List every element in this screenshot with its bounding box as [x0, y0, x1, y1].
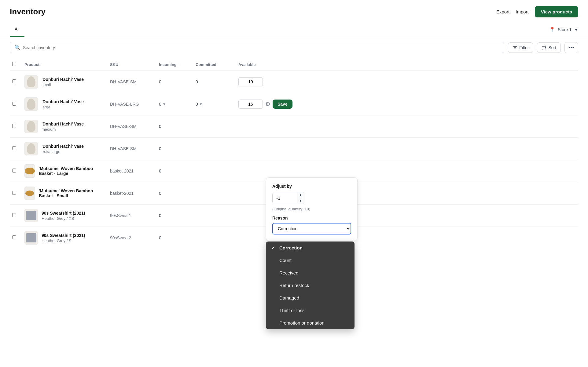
spin-up-button[interactable]: ▲	[297, 192, 304, 198]
import-button[interactable]: Import	[516, 9, 529, 14]
available-input-2[interactable]	[238, 100, 263, 109]
sku-cell-1: DH-VASE-SM	[108, 71, 156, 93]
dropdown-label-promotion_or_donation: Promotion or donation	[279, 320, 325, 325]
row-checkbox-3[interactable]	[12, 124, 16, 128]
incoming-value-1: 0	[159, 79, 161, 84]
row-checkbox-4[interactable]	[12, 146, 16, 150]
view-products-button[interactable]: View products	[535, 6, 578, 17]
dropdown-label-received: Received	[279, 270, 299, 275]
dropdown-label-damaged: Damaged	[279, 295, 299, 300]
table-row: 'Donburi Hachi' Vase small DH-VASE-SM 0 …	[10, 71, 578, 93]
adjust-spinners: ▲ ▼	[297, 192, 304, 204]
dropdown-item-theft_or_loss[interactable]: Theft or loss	[266, 304, 355, 317]
sku-value-7: 90sSweat1	[110, 213, 131, 218]
committed-cell-7	[193, 205, 236, 227]
filter-icon	[513, 45, 517, 50]
search-icon: 🔍	[14, 45, 20, 50]
product-variant-7: Heather Grey / XS	[42, 216, 85, 221]
store-selector[interactable]: 📍 Store 1 ▼	[549, 24, 578, 35]
product-cell-8: 90s Sweatshirt (2021) Heather Grey / S	[22, 227, 108, 249]
row-checkbox-8[interactable]	[12, 235, 16, 239]
check-correction: ✓	[271, 245, 276, 250]
spin-down-button[interactable]: ▼	[297, 198, 304, 204]
top-header: Inventory Export Import View products	[0, 0, 588, 22]
row-checkbox-cell	[10, 93, 22, 115]
available-cell-4	[236, 138, 295, 160]
product-name-7: 90s Sweatshirt (2021)	[42, 211, 85, 216]
committed-cell-4	[193, 138, 236, 160]
committed-cell-1: 0	[193, 71, 236, 93]
col-product-header: Product	[22, 58, 108, 71]
product-info-6: 'Mutsume' Woven Bamboo Basket - Small	[39, 188, 105, 198]
tab-all[interactable]: All	[10, 22, 24, 37]
committed-cell-6	[193, 182, 236, 205]
table-row: 'Donburi Hachi' Vase medium DH-VASE-SM 0	[10, 115, 578, 138]
dropdown-label-count: Count	[279, 258, 292, 263]
product-name-5: 'Mutsume' Woven Bamboo Basket - Large	[39, 166, 105, 176]
sort-button[interactable]: Sort	[537, 42, 561, 53]
committed-cell-5	[193, 160, 236, 182]
incoming-cell-4: 0	[156, 138, 193, 160]
dropdown-item-received[interactable]: Received	[266, 267, 355, 279]
available-input-1[interactable]	[238, 77, 263, 86]
product-cell-3: 'Donburi Hachi' Vase medium	[22, 115, 108, 138]
committed-cell-2: 0 ▼	[193, 93, 236, 115]
row-checkbox-6[interactable]	[12, 191, 16, 195]
save-button-2[interactable]: Save	[273, 100, 292, 109]
sku-cell-8: 90sSweat2	[108, 227, 156, 249]
incoming-cell-5: 0	[156, 160, 193, 182]
dropdown-item-correction[interactable]: ✓ Correction	[266, 242, 355, 254]
page-title: Inventory	[10, 7, 46, 16]
dropdown-item-return_restock[interactable]: Return restock	[266, 279, 355, 292]
sku-value-4: DH-VASE-SM	[110, 146, 137, 151]
col-incoming-header: Incoming	[156, 58, 193, 71]
settings-button-2[interactable]: ⚙	[265, 101, 270, 107]
more-actions-button[interactable]: •••	[564, 42, 578, 53]
row-checkbox-2[interactable]	[12, 102, 16, 106]
incoming-value-4: 0	[159, 146, 161, 151]
row-checkbox-cell	[10, 160, 22, 182]
row-checkbox-cell	[10, 71, 22, 93]
sku-value-6: basket-2021	[110, 191, 134, 196]
dropdown-item-promotion_or_donation[interactable]: Promotion or donation	[266, 317, 355, 329]
search-input[interactable]	[23, 45, 500, 50]
product-thumb-4	[24, 142, 38, 155]
product-thumb-7	[24, 209, 38, 222]
reason-select[interactable]: Correction	[272, 223, 351, 234]
available-cell-1	[236, 71, 295, 93]
dropdown-item-count[interactable]: Count	[266, 254, 355, 267]
row-checkbox-7[interactable]	[12, 213, 16, 217]
sku-cell-6: basket-2021	[108, 182, 156, 205]
product-name-2: 'Donburi Hachi' Vase	[42, 99, 84, 104]
committed-with-arrow: 0 ▼	[196, 102, 233, 107]
product-variant-3: medium	[42, 127, 84, 132]
row-checkbox-5[interactable]	[12, 169, 16, 173]
product-name-3: 'Donburi Hachi' Vase	[42, 122, 84, 126]
incoming-arrow[interactable]: ▼	[163, 102, 166, 106]
chevron-down-icon: ▼	[574, 27, 578, 32]
sku-cell-7: 90sSweat1	[108, 205, 156, 227]
tabs-left: All	[10, 22, 24, 37]
adjust-value-input[interactable]	[272, 193, 297, 203]
sku-value-8: 90sSweat2	[110, 235, 131, 240]
incoming-cell-3: 0	[156, 115, 193, 138]
product-cell-1: 'Donburi Hachi' Vase small	[22, 71, 108, 93]
incoming-cell-8: 0	[156, 227, 193, 249]
row-checkbox-cell	[10, 227, 22, 249]
dropdown-label-return_restock: Return restock	[279, 283, 309, 288]
dropdown-item-damaged[interactable]: Damaged	[266, 292, 355, 304]
filter-button[interactable]: Filter	[508, 42, 533, 53]
incoming-cell-6: 0	[156, 182, 193, 205]
row-checkbox-cell	[10, 182, 22, 205]
product-name-4: 'Donburi Hachi' Vase	[42, 144, 84, 149]
sku-cell-4: DH-VASE-SM	[108, 138, 156, 160]
export-button[interactable]: Export	[496, 9, 509, 14]
product-thumb-5	[24, 164, 35, 178]
dropdown-label-correction: Correction	[279, 245, 303, 250]
sku-cell-2: DH-VASE-LRG	[108, 93, 156, 115]
row-checkbox-1[interactable]	[12, 79, 16, 83]
select-all-checkbox[interactable]	[12, 62, 16, 66]
product-cell-2: 'Donburi Hachi' Vase large	[22, 93, 108, 115]
committed-arrow[interactable]: ▼	[199, 102, 203, 106]
tabs-bar: All 📍 Store 1 ▼	[0, 22, 588, 37]
